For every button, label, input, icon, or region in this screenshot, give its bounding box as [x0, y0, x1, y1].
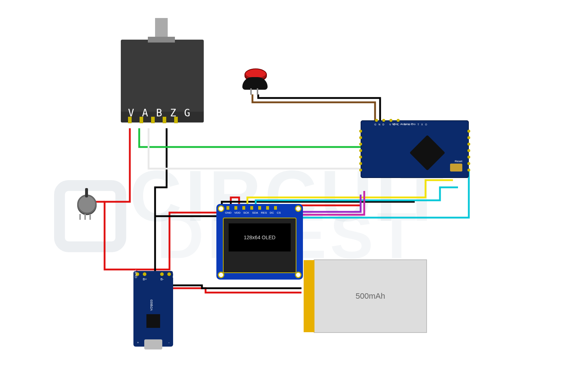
battery-tab [304, 260, 314, 332]
ard-top-labels: GND VCC RXI TXO [374, 123, 429, 126]
arduino-reset-label: Reset [455, 160, 462, 163]
chg-lbl-outp: OUT+ [134, 270, 138, 278]
rotary-encoder: VABZG [121, 40, 204, 122]
ard-pin-vcc [382, 119, 385, 122]
arduino-pro-mini: Arduino Pro Mini Reset GND VCC RXI TXO [361, 120, 469, 178]
ard-pin-gnd [375, 119, 378, 122]
chg-in-minus: - [168, 341, 169, 344]
reset-button-icon [450, 164, 462, 172]
encoder-cap [148, 37, 175, 43]
oled-bezel: 128x64 OLED [223, 218, 296, 273]
encoder-pin-b [151, 117, 155, 123]
battery-capacity: 500mAh [356, 291, 385, 301]
chg-lbl-outm: OUT- [172, 271, 176, 279]
encoder-shaft [155, 18, 168, 40]
toggle-lever-icon [85, 188, 88, 197]
encoder-pin-v [128, 117, 132, 123]
encoder-pins [128, 117, 178, 123]
chg-b-minus [160, 272, 164, 276]
usb-micro-icon [144, 339, 162, 349]
chg-b-plus [143, 272, 146, 276]
encoder-pin-z [163, 117, 166, 123]
lipo-charger-module: OUT+ B+ B- OUT- 039b2A + - [133, 271, 173, 347]
toggle-switch [77, 195, 97, 214]
chg-out-minus [167, 272, 171, 276]
lipo-battery: 500mAh [314, 259, 427, 333]
chg-lbl-bp: B+ [143, 277, 147, 281]
charger-ic-icon [146, 314, 160, 328]
button-base [242, 77, 268, 90]
button-leads [250, 88, 258, 95]
encoder-pin-a [140, 117, 143, 123]
push-button [242, 77, 268, 90]
oled-pin-labels: GNDVDDSCKSDARESDCCS [225, 211, 281, 214]
ard-pin-rxi [389, 119, 392, 122]
encoder-pin-g [174, 117, 178, 123]
chg-in-plus: + [137, 341, 139, 344]
oled-screen-text: 128x64 OLED [229, 223, 291, 251]
diagram-canvas: CIRCUIT DIGEST [0, 0, 577, 392]
ard-pin-txo [397, 119, 400, 122]
toggle-body [77, 195, 97, 214]
oled-pins [226, 206, 277, 210]
chg-lbl-bm: B- [160, 277, 164, 281]
oled-display: GNDVDDSCKSDARESDCCS 128x64 OLED [216, 204, 303, 280]
chg-silk: 039b2A [150, 299, 153, 311]
mcu-chip-icon [410, 135, 445, 171]
toggle-pins [79, 214, 91, 220]
